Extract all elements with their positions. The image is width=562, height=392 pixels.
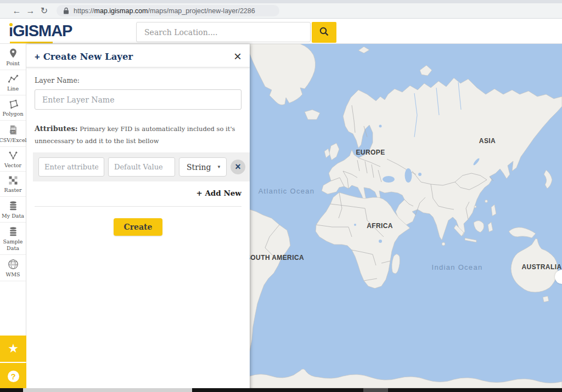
star-icon: ★ <box>8 343 19 355</box>
back-button[interactable]: ← <box>10 7 24 15</box>
bottom-bar <box>0 388 562 392</box>
atlantic-ocean-label: Atlantic Ocean <box>258 187 315 195</box>
australia-label: AUSTRALIA <box>522 263 562 271</box>
attribute-type-select[interactable]: String ▼ <box>179 157 227 177</box>
attribute-default-input[interactable] <box>108 157 175 177</box>
world-map-svg <box>250 44 562 388</box>
plus-icon: + <box>35 52 40 61</box>
x-icon: × <box>235 162 241 172</box>
question-mark-icon: ? <box>8 371 19 382</box>
sidebar-item-point[interactable]: Point <box>0 44 26 70</box>
sidebar-item-line[interactable]: Line <box>0 70 26 95</box>
sidebar-item-sample-data[interactable]: Sample Data <box>0 223 26 255</box>
search-button[interactable] <box>312 22 336 43</box>
layer-name-input[interactable] <box>35 89 241 110</box>
attribute-row: String ▼ × <box>33 152 250 181</box>
svg-text:CSV: CSV <box>10 130 14 133</box>
remove-attribute-button[interactable]: × <box>231 160 245 174</box>
logo-underline <box>10 42 53 43</box>
search-icon <box>319 26 329 38</box>
divider <box>35 206 241 207</box>
forward-button[interactable]: → <box>24 7 37 15</box>
close-icon[interactable]: × <box>234 50 241 63</box>
database-icon <box>8 226 19 237</box>
svg-text:WMS: WMS <box>9 263 16 266</box>
url-text: https://map.igismap.com/maps/map_project… <box>74 7 255 15</box>
sidebar-item-csv-excel[interactable]: CSV CSV/Excel <box>0 121 26 147</box>
sidebar-item-raster[interactable]: Raster <box>0 172 26 197</box>
sidebar-item-polygon[interactable]: Polygon <box>0 95 26 121</box>
attribute-name-input[interactable] <box>38 157 104 177</box>
panel-body: Layer Name: Attributes: Primary key FID … <box>26 67 250 236</box>
layer-name-label: Layer Name: <box>35 76 241 84</box>
vector-nodes-icon <box>7 150 19 161</box>
map-canvas[interactable]: Atlantic Ocean EUROPE ASIA AFRICA SOUTH … <box>250 44 562 388</box>
browser-toolbar: ← → ↻ https://map.igismap.com/maps/map_p… <box>0 3 562 19</box>
panel-title: +Create New Layer <box>35 52 133 62</box>
csv-file-icon: CSV <box>8 124 19 136</box>
south-america-label: SOUTH AMERICA <box>250 254 304 262</box>
bottom-bar-segment <box>363 388 388 392</box>
attributes-note: Attributes: Primary key FID is automatic… <box>35 122 241 147</box>
point-pin-icon <box>8 47 19 59</box>
bottom-bar-segment <box>23 388 192 392</box>
wms-globe-icon: WMS <box>7 258 19 270</box>
indian-ocean-label: Indian Ocean <box>432 263 483 271</box>
polygon-icon <box>7 99 19 110</box>
reload-button[interactable]: ↻ <box>37 7 51 15</box>
app-header: iGISMAP <box>0 19 562 44</box>
add-new-link[interactable]: + Add New <box>35 189 241 197</box>
lock-icon <box>63 7 69 14</box>
africa-label: AFRICA <box>367 222 393 230</box>
sidebar-item-wms[interactable]: WMS WMS <box>0 255 26 281</box>
favorites-button[interactable]: ★ <box>0 336 26 362</box>
search-bar <box>136 22 336 43</box>
asia-label: ASIA <box>479 137 496 145</box>
database-icon <box>8 200 19 212</box>
tool-sidebar: Point Line Polygon CSV CSV/Excel Vector … <box>0 44 26 392</box>
chevron-down-icon: ▼ <box>217 164 221 169</box>
panel-header: +Create New Layer × <box>26 46 250 67</box>
address-bar[interactable]: https://map.igismap.com/maps/map_project… <box>57 5 279 16</box>
search-input[interactable] <box>136 22 311 42</box>
raster-grid-icon <box>8 175 19 186</box>
sidebar-item-vector[interactable]: Vector <box>0 147 26 172</box>
create-button[interactable]: Create <box>114 218 163 236</box>
help-button[interactable]: ? <box>0 363 26 389</box>
sidebar-item-my-data[interactable]: My Data <box>0 197 26 223</box>
create-layer-panel: +Create New Layer × Layer Name: Attribut… <box>26 44 250 392</box>
polyline-icon <box>7 73 19 84</box>
europe-label: EUROPE <box>356 149 385 156</box>
igismap-logo[interactable]: iGISMAP <box>9 22 72 40</box>
